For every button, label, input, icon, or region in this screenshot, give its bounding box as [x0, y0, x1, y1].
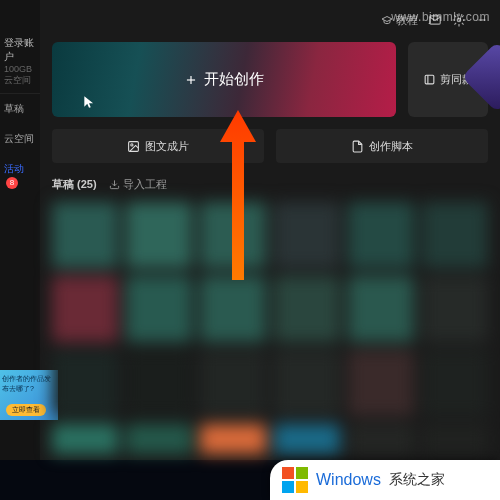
sidebar-item-activity[interactable]: 活动 8: [0, 154, 40, 197]
draft-tile[interactable]: [200, 424, 266, 454]
cursor-pointer-icon: [82, 94, 96, 113]
draft-tile[interactable]: [126, 350, 192, 416]
drafts-grid: [52, 202, 488, 454]
topbar: 教程: [52, 6, 488, 34]
windows-logo-icon: [282, 467, 308, 493]
draft-tile[interactable]: [422, 424, 488, 454]
draft-tile[interactable]: [126, 202, 192, 268]
svg-point-8: [131, 143, 133, 145]
draft-tile[interactable]: [274, 424, 340, 454]
promo-card[interactable]: 创作者的作品发布去哪了? 立即查看: [0, 370, 58, 420]
start-create-button[interactable]: 开始创作: [52, 42, 396, 117]
draft-tile[interactable]: [348, 202, 414, 268]
draft-tile[interactable]: [126, 276, 192, 342]
draft-tile[interactable]: [274, 202, 340, 268]
main-area: 教程 开始创作: [40, 0, 500, 460]
footer-brand: Windows: [316, 471, 381, 489]
promo-title: 创作者的作品发布去哪了?: [2, 374, 54, 394]
hero-row: 开始创作 剪同款: [52, 42, 488, 117]
draft-tile[interactable]: [200, 350, 266, 416]
login-sub: 100GB 云空间: [4, 64, 36, 87]
svg-point-1: [457, 18, 461, 22]
draft-tile[interactable]: [52, 276, 118, 342]
draft-tile[interactable]: [422, 276, 488, 342]
drafts-label: 草稿 (25): [52, 177, 97, 192]
import-label: 导入工程: [123, 177, 167, 192]
draft-tile[interactable]: [274, 276, 340, 342]
svg-rect-5: [425, 75, 434, 84]
draft-tile[interactable]: [52, 202, 118, 268]
message-icon[interactable]: [428, 13, 442, 27]
activity-label: 活动: [4, 163, 24, 174]
create-label: 开始创作: [204, 70, 264, 89]
sub-actions-row: 图文成片 创作脚本: [52, 129, 488, 163]
settings-icon[interactable]: [452, 13, 466, 27]
draft-tile[interactable]: [422, 202, 488, 268]
app-window: 登录账户 100GB 云空间 草稿 云空间 活动 8 创作者的作品发布去哪了? …: [0, 0, 500, 460]
document-icon: [351, 140, 364, 153]
login-header: 登录账户: [4, 36, 36, 64]
draft-tile[interactable]: [348, 424, 414, 454]
template-icon: [423, 73, 436, 86]
draft-tile[interactable]: [422, 350, 488, 416]
draft-tile[interactable]: [348, 350, 414, 416]
script-button[interactable]: 创作脚本: [276, 129, 488, 163]
import-project-link[interactable]: 导入工程: [109, 177, 167, 192]
promo-button[interactable]: 立即查看: [6, 404, 46, 416]
tutorial-link[interactable]: 教程: [381, 13, 418, 28]
draft-tile[interactable]: [200, 276, 266, 342]
activity-badge: 8: [6, 177, 18, 189]
image-icon: [127, 140, 140, 153]
draft-tile[interactable]: [52, 350, 118, 416]
sidebar-login[interactable]: 登录账户 100GB 云空间: [0, 30, 40, 94]
draft-tile[interactable]: [200, 202, 266, 268]
draft-tile[interactable]: [126, 424, 192, 454]
sidebar: 登录账户 100GB 云空间 草稿 云空间 活动 8 创作者的作品发布去哪了? …: [0, 0, 40, 460]
tutorial-label: 教程: [396, 13, 418, 28]
footer-site: 系统之家: [389, 471, 445, 489]
draft-tile[interactable]: [274, 350, 340, 416]
footer-badge: Windows 系统之家: [270, 460, 500, 500]
minimize-icon[interactable]: [476, 14, 488, 26]
plus-icon: [184, 73, 198, 87]
draft-tile[interactable]: [348, 276, 414, 342]
script-label: 创作脚本: [369, 139, 413, 154]
drafts-header: 草稿 (25) 导入工程: [52, 177, 488, 192]
sidebar-item-drafts[interactable]: 草稿: [0, 94, 40, 124]
sidebar-item-cloud[interactable]: 云空间: [0, 124, 40, 154]
draft-tile[interactable]: [52, 424, 118, 454]
import-icon: [109, 179, 120, 190]
image-to-video-button[interactable]: 图文成片: [52, 129, 264, 163]
graduation-cap-icon: [381, 14, 393, 26]
image-to-video-label: 图文成片: [145, 139, 189, 154]
